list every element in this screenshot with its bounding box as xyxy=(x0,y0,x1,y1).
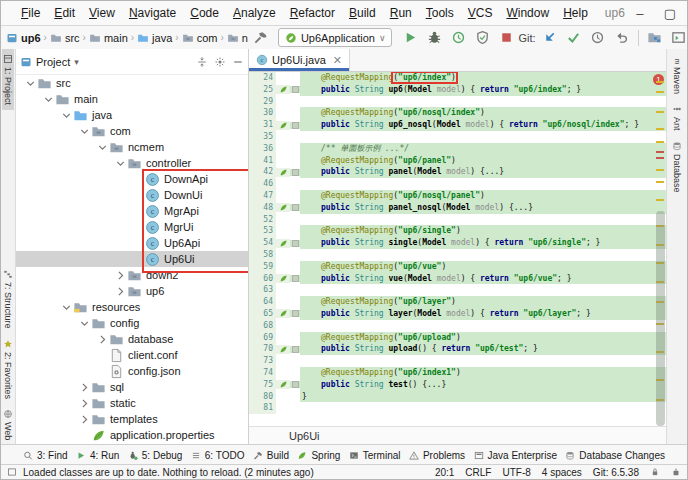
chevron-down-icon[interactable] xyxy=(42,93,55,106)
tree-item-client.conf[interactable]: client.conf xyxy=(16,347,248,363)
editor-tab-up6ui[interactable]: c Up6Ui.java ✕ xyxy=(249,49,350,71)
menu-vcs[interactable]: VCS xyxy=(461,1,500,25)
code-editor[interactable]: 24@RequestMapping("up6/index")25public S… xyxy=(249,72,666,426)
stripe-tab-2-favorites[interactable]: 2: Favorites xyxy=(2,334,14,404)
tree-item-application.properties[interactable]: application.properties xyxy=(16,427,248,443)
spring-mapping-gutter-icon[interactable] xyxy=(276,168,290,177)
gear-icon[interactable] xyxy=(214,56,226,68)
coverage-icon[interactable] xyxy=(474,30,490,46)
toolwindow-toggle-icon[interactable] xyxy=(7,467,17,477)
tree-item-static[interactable]: static xyxy=(16,395,248,411)
menu-window[interactable]: Window xyxy=(499,1,556,25)
window-maximize-button[interactable]: ▢ xyxy=(655,1,685,25)
tree-item-up6api[interactable]: cUp6Api xyxy=(16,235,248,251)
fold-marker[interactable] xyxy=(290,381,300,388)
toolwindow-button-6-todo[interactable]: 6: TODO xyxy=(191,450,245,461)
fold-marker[interactable] xyxy=(290,346,300,353)
menu-edit[interactable]: Edit xyxy=(47,1,82,25)
chevron-down-icon[interactable] xyxy=(78,317,91,330)
tree-item-down2[interactable]: down2 xyxy=(16,267,248,283)
tree-item-templates[interactable]: templates xyxy=(16,411,248,427)
profile-icon[interactable] xyxy=(450,30,466,46)
tree-item-ncmem[interactable]: ncmem xyxy=(16,139,248,155)
chevron-right-icon[interactable] xyxy=(78,397,91,410)
toolwindow-button-terminal[interactable]: Terminal xyxy=(349,450,401,461)
tree-item-database[interactable]: database xyxy=(16,331,248,347)
tree-item-config[interactable]: config xyxy=(16,315,248,331)
tree-item-src[interactable]: src xyxy=(16,75,248,91)
chevron-right-icon[interactable] xyxy=(96,333,109,346)
line-ending[interactable]: CRLF xyxy=(465,467,491,478)
clock-icon[interactable] xyxy=(590,30,606,46)
chevron-right-icon[interactable] xyxy=(78,381,91,394)
tree-item-up6[interactable]: up6 xyxy=(16,283,248,299)
menu-tools[interactable]: Tools xyxy=(419,1,461,25)
tree-item-config.json[interactable]: config.json xyxy=(16,363,248,379)
chevron-down-icon[interactable] xyxy=(96,141,109,154)
toolwindow-button-4-run[interactable]: 4: Run xyxy=(76,450,119,461)
encoding[interactable]: UTF-8 xyxy=(502,467,530,478)
spring-mapping-gutter-icon[interactable] xyxy=(276,121,290,130)
toolwindow-button-build[interactable]: Build xyxy=(253,450,289,461)
undo-icon[interactable] xyxy=(614,30,630,46)
breadcrumb-src[interactable]: src xyxy=(49,32,81,44)
collapse-all-icon[interactable] xyxy=(196,56,208,68)
chevron-down-icon[interactable] xyxy=(78,125,91,138)
fold-marker[interactable] xyxy=(290,275,300,282)
play-icon[interactable] xyxy=(402,30,418,46)
tree-item-main[interactable]: main xyxy=(16,91,248,107)
menu-analyze[interactable]: Analyze xyxy=(226,1,283,25)
breadcrumb-up6[interactable]: up6 xyxy=(5,32,42,44)
console-run-icon[interactable] xyxy=(671,30,687,46)
spring-mapping-gutter-icon[interactable] xyxy=(276,380,290,389)
menu-build[interactable]: Build xyxy=(342,1,383,25)
menu-view[interactable]: View xyxy=(82,1,122,25)
lock-icon[interactable] xyxy=(650,467,660,477)
hide-panel-icon[interactable] xyxy=(232,56,244,68)
menu-help[interactable]: Help xyxy=(556,1,595,25)
toolwindow-button-3-find[interactable]: 3: Find xyxy=(23,450,68,461)
fold-marker[interactable] xyxy=(290,86,300,93)
chevron-right-icon[interactable] xyxy=(78,413,91,426)
tree-item-java[interactable]: java xyxy=(16,107,248,123)
structure-folder-icon[interactable] xyxy=(647,30,663,46)
close-icon[interactable]: ✕ xyxy=(333,54,342,67)
chevron-down-icon[interactable] xyxy=(114,157,127,170)
bug-icon[interactable] xyxy=(426,30,442,46)
editor-scrollbar-thumb[interactable] xyxy=(656,211,665,426)
stop-icon[interactable] xyxy=(498,30,514,46)
menu-navigate[interactable]: Navigate xyxy=(122,1,183,25)
spring-mapping-gutter-icon[interactable] xyxy=(276,203,290,212)
tree-item-up6ui[interactable]: cUp6Ui xyxy=(16,251,248,267)
caret-position[interactable]: 20:1 xyxy=(435,467,454,478)
chevron-down-icon[interactable]: ▾ xyxy=(74,57,79,67)
toolwindow-button-java-enterprise[interactable]: Java Enterprise xyxy=(474,450,557,461)
stripe-tab-1-project[interactable]: 1: Project xyxy=(2,49,14,110)
build-hammer-icon[interactable] xyxy=(253,30,268,46)
update-icon[interactable] xyxy=(542,30,558,46)
tree-item-controller[interactable]: controller xyxy=(16,155,248,171)
tree-item-downapi[interactable]: cDownApi xyxy=(16,171,248,187)
toolwindow-button-problems[interactable]: Problems xyxy=(409,450,465,461)
fold-marker[interactable] xyxy=(290,240,300,247)
chevron-down-icon[interactable] xyxy=(60,109,73,122)
chevron-right-icon[interactable] xyxy=(114,285,127,298)
check-icon[interactable] xyxy=(566,30,582,46)
breadcrumb-com[interactable]: com xyxy=(181,32,219,44)
tree-item-resources[interactable]: resources xyxy=(16,299,248,315)
breadcrumb-class[interactable]: Up6Ui xyxy=(289,430,320,442)
spring-mapping-gutter-icon[interactable] xyxy=(276,309,290,318)
tree-item-sql[interactable]: sql xyxy=(16,379,248,395)
tree-item-mgrui[interactable]: cMgrUi xyxy=(16,219,248,235)
tree-item-mgrapi[interactable]: cMgrApi xyxy=(16,203,248,219)
spring-mapping-gutter-icon[interactable] xyxy=(276,274,290,283)
menu-file[interactable]: File xyxy=(14,1,47,25)
stripe-tab-7-structure[interactable]: 7: Structure xyxy=(2,264,14,334)
tree-item-com[interactable]: com xyxy=(16,123,248,139)
spring-mapping-gutter-icon[interactable] xyxy=(276,85,290,94)
chevron-down-icon[interactable] xyxy=(24,77,37,90)
menu-code[interactable]: Code xyxy=(183,1,226,25)
breadcrumb-java[interactable]: java xyxy=(136,32,173,44)
stripe-tab-ant[interactable]: Ant xyxy=(671,99,683,136)
window-minimize-button[interactable]: – xyxy=(625,1,655,25)
